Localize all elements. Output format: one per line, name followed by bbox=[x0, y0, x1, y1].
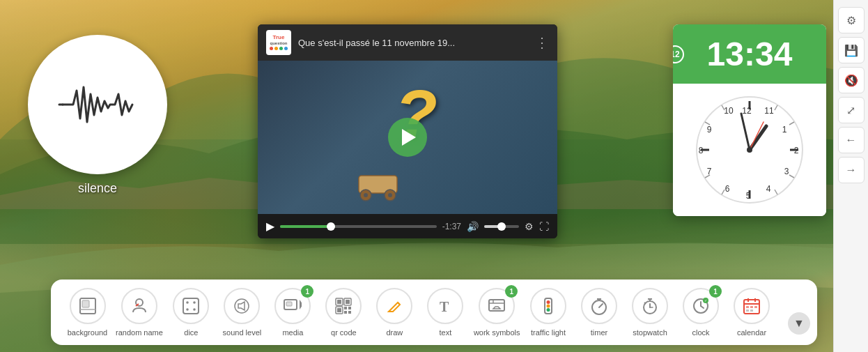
tool-work-symbols[interactable]: 1 work symbols bbox=[474, 288, 520, 337]
tool-random-name[interactable]: random name bbox=[116, 288, 163, 337]
clock-time: 13:34 bbox=[707, 36, 793, 72]
svg-rect-49 bbox=[286, 302, 292, 306]
tool-text-label: text bbox=[440, 328, 452, 337]
svg-text:2: 2 bbox=[794, 146, 799, 155]
tool-stopwatch-icon-wrapper bbox=[632, 288, 668, 324]
video-header: True question Que s'est-il passé le 11 n… bbox=[258, 24, 557, 61]
silence-circle bbox=[28, 35, 167, 174]
settings-sidebar-button[interactable]: ⚙ bbox=[838, 7, 865, 33]
tool-clock[interactable]: ✓ 1 clock bbox=[679, 288, 724, 337]
tool-random-name-icon bbox=[121, 288, 157, 324]
tool-random-name-label: random name bbox=[116, 328, 163, 337]
tool-calendar[interactable]: calendar bbox=[729, 288, 775, 337]
video-logo: True question bbox=[266, 30, 291, 55]
tool-work-symbols-badge: 1 bbox=[505, 285, 518, 298]
video-settings-icon[interactable]: ⚙ bbox=[525, 221, 534, 232]
tool-draw-icon bbox=[376, 288, 412, 324]
video-play-button[interactable] bbox=[388, 118, 427, 157]
svg-point-43 bbox=[194, 301, 196, 304]
tool-sound-level-label: sound level bbox=[223, 328, 262, 337]
clock-digital-display: 12 13:34 bbox=[673, 24, 826, 84]
tool-draw-icon-wrapper bbox=[376, 288, 412, 324]
tool-clock-label: clock bbox=[692, 328, 709, 337]
tool-calendar-icon bbox=[734, 288, 770, 324]
svg-point-68 bbox=[547, 308, 550, 312]
svg-text:1: 1 bbox=[782, 125, 787, 135]
svg-rect-57 bbox=[348, 307, 351, 309]
tool-dice[interactable]: dice bbox=[169, 288, 214, 337]
svg-rect-56 bbox=[344, 307, 347, 309]
tool-text-icon: T bbox=[427, 288, 463, 324]
tool-sound-level-icon-wrapper bbox=[224, 288, 260, 324]
svg-text:3: 3 bbox=[784, 167, 789, 176]
svg-line-78 bbox=[644, 303, 646, 304]
forward-sidebar-button[interactable]: → bbox=[838, 157, 865, 183]
svg-point-66 bbox=[547, 300, 550, 304]
svg-point-35 bbox=[747, 147, 752, 153]
svg-line-60 bbox=[398, 303, 400, 305]
tool-text-icon-wrapper: T bbox=[427, 288, 463, 324]
tool-timer[interactable]: timer bbox=[577, 288, 622, 337]
svg-rect-55 bbox=[337, 308, 341, 312]
svg-line-81 bbox=[701, 306, 704, 308]
svg-point-42 bbox=[187, 301, 189, 304]
svg-point-45 bbox=[194, 308, 196, 311]
svg-rect-51 bbox=[337, 300, 341, 304]
svg-text:7: 7 bbox=[707, 167, 712, 176]
analog-clock-face: 12 1 2 3 4 5 6 7 8 9 10 11 bbox=[694, 94, 805, 206]
back-sidebar-button[interactable]: ← bbox=[838, 127, 865, 153]
analog-clock: 12 1 2 3 4 5 6 7 8 9 10 11 bbox=[673, 84, 826, 216]
tool-clock-badge: 1 bbox=[709, 285, 722, 298]
tool-dice-label: dice bbox=[184, 328, 198, 337]
svg-rect-58 bbox=[344, 311, 347, 314]
svg-rect-89 bbox=[750, 306, 753, 308]
svg-marker-48 bbox=[300, 300, 302, 309]
expand-sidebar-button[interactable]: ⤢ bbox=[838, 97, 865, 123]
tool-stopwatch-icon bbox=[632, 288, 668, 324]
tool-dice-icon bbox=[173, 288, 209, 324]
play-pause-icon[interactable]: ▶ bbox=[266, 220, 274, 233]
mute-sidebar-button[interactable]: 🔇 bbox=[838, 67, 865, 93]
video-player: True question Que s'est-il passé le 11 n… bbox=[258, 24, 557, 238]
svg-text:✓: ✓ bbox=[704, 298, 707, 303]
video-content: ? bbox=[258, 61, 557, 214]
svg-point-6 bbox=[388, 193, 392, 197]
video-menu-icon[interactable]: ⋮ bbox=[535, 34, 549, 51]
clock-widget: 12 13:34 12 1 2 3 4 5 6 bbox=[673, 24, 826, 216]
tool-draw[interactable]: draw bbox=[372, 288, 417, 337]
tool-background[interactable]: background bbox=[65, 288, 110, 337]
tool-calendar-label: calendar bbox=[737, 328, 766, 337]
save-sidebar-button[interactable]: 💾 bbox=[838, 37, 865, 63]
svg-rect-91 bbox=[746, 309, 749, 312]
tool-media[interactable]: 1 media bbox=[270, 288, 316, 337]
tool-traffic-light-icon-wrapper bbox=[530, 288, 566, 324]
tool-stopwatch[interactable]: stopwatch bbox=[628, 288, 673, 337]
svg-text:6: 6 bbox=[725, 184, 730, 194]
video-volume-bar[interactable] bbox=[484, 225, 519, 228]
tool-sound-level-icon bbox=[224, 288, 260, 324]
tool-sound-level[interactable]: sound level bbox=[219, 288, 265, 337]
silence-label: silence bbox=[78, 181, 117, 196]
tool-traffic-light-label: traffic light bbox=[531, 328, 566, 337]
video-time-display: -1:37 bbox=[442, 222, 461, 231]
volume-icon[interactable]: 🔊 bbox=[467, 221, 479, 232]
tool-stopwatch-label: stopwatch bbox=[633, 328, 667, 337]
svg-text:T: T bbox=[440, 299, 449, 314]
video-volume-thumb bbox=[497, 222, 506, 231]
svg-text:9: 9 bbox=[707, 125, 712, 135]
tool-timer-label: timer bbox=[591, 328, 607, 337]
tool-text[interactable]: T text bbox=[423, 288, 468, 337]
svg-text:12: 12 bbox=[742, 106, 752, 116]
tool-timer-icon-wrapper bbox=[581, 288, 617, 324]
tool-traffic-light[interactable]: traffic light bbox=[526, 288, 571, 337]
svg-line-72 bbox=[599, 304, 603, 307]
tool-qr-code-icon bbox=[325, 288, 362, 324]
cart-illustration bbox=[352, 169, 408, 204]
silence-waveform-icon bbox=[49, 63, 146, 146]
tool-dice-icon-wrapper bbox=[173, 288, 209, 324]
toolbar-scroll-down-button[interactable]: ▼ bbox=[788, 312, 810, 335]
tool-qr-code[interactable]: qr code bbox=[321, 288, 366, 337]
video-fullscreen-icon[interactable]: ⛶ bbox=[539, 221, 549, 232]
svg-rect-88 bbox=[746, 306, 749, 308]
video-progress-bar[interactable] bbox=[280, 225, 437, 228]
